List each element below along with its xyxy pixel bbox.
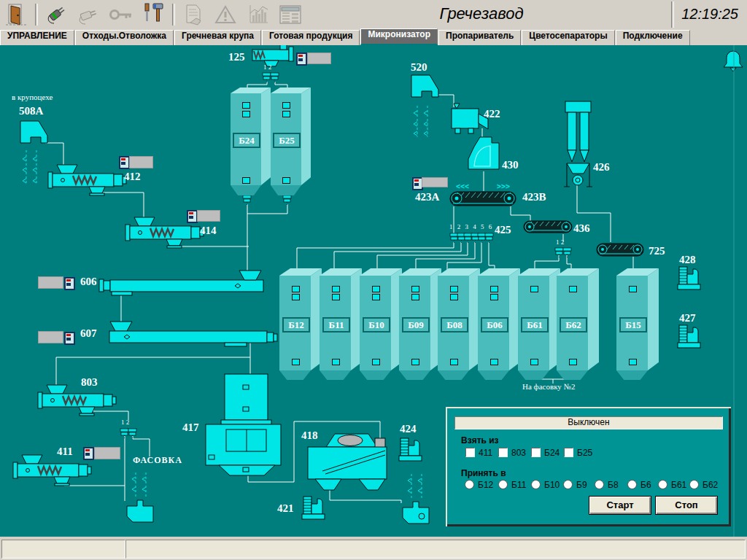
tab-2[interactable]: Отходы.Отволожка — [75, 30, 174, 45]
radio-circle[interactable] — [498, 480, 508, 489]
setup-tools-icon — [142, 2, 165, 27]
exit-button[interactable] — [0, 1, 32, 28]
label-packing: ФАСОВКА — [133, 455, 182, 466]
label-note_krupoceh: в крупоцехе — [12, 93, 53, 101]
level-sensor — [292, 294, 300, 300]
controller-indicator-icon — [83, 447, 94, 460]
controller-indicator-icon — [64, 332, 75, 345]
label-belt_left_arrows: <<< — [456, 182, 469, 190]
bin-label: Б61 — [521, 317, 549, 332]
label-eq508A: 508А — [19, 105, 43, 117]
bin-side — [588, 268, 599, 370]
radio-circle[interactable] — [595, 480, 604, 489]
level-sensor — [450, 359, 458, 365]
bin-hopper — [399, 370, 430, 380]
level-sensor — [292, 359, 300, 365]
label-valves2b: 1 2 — [556, 238, 564, 246]
scada-window: Гречезавод 12:19:25 УПРАВЛЕНИЕОтходы.Отв… — [0, 0, 747, 560]
bin-label: Б25 — [273, 133, 301, 148]
label-eq520: 520 — [411, 61, 427, 74]
key-button[interactable] — [105, 1, 137, 28]
level-sensor — [292, 286, 300, 292]
radio-circle[interactable] — [658, 480, 667, 489]
radio-circle[interactable] — [531, 480, 541, 489]
radio-circle[interactable] — [689, 480, 699, 489]
level-sensor — [332, 359, 340, 365]
value-display — [422, 177, 448, 187]
bin-label: Б62 — [560, 317, 587, 332]
storage-bin: Б06 — [478, 268, 520, 380]
connect-plug-icon — [44, 2, 69, 27]
storage-bin: Б08 — [438, 268, 480, 380]
label-valves2c: 1 2 — [121, 419, 129, 426]
level-sensor — [629, 286, 637, 292]
bin-side — [301, 88, 311, 185]
trends-button[interactable] — [242, 1, 274, 28]
control-panel-icon — [278, 4, 303, 26]
disconnect-plug-icon — [77, 2, 101, 27]
option-label: Б62 — [703, 480, 718, 490]
checkbox-box[interactable] — [465, 448, 475, 457]
tab-6[interactable]: Пропариватель — [438, 30, 521, 45]
bin-label: Б09 — [402, 317, 430, 332]
exit-door-icon — [4, 2, 28, 27]
level-sensor — [411, 294, 419, 300]
control-panel-button[interactable] — [274, 1, 306, 28]
level-sensor — [372, 359, 380, 365]
level-sensor — [411, 359, 419, 365]
radio-circle[interactable] — [465, 480, 474, 489]
stop-button[interactable]: Стоп — [655, 496, 718, 515]
level-sensor — [242, 111, 250, 117]
alarms-button[interactable] — [210, 1, 242, 28]
bin-side — [261, 88, 271, 185]
status-bar — [0, 537, 747, 560]
tab-8[interactable]: Подключение — [616, 30, 690, 45]
level-sensor — [569, 359, 577, 365]
value-display — [197, 210, 220, 222]
storage-bin: Б25 — [271, 88, 311, 195]
level-sensor — [629, 359, 637, 365]
tab-5[interactable]: Микронизатор — [360, 28, 438, 45]
radio-circle[interactable] — [627, 480, 637, 489]
storage-bin: Б12 — [279, 268, 322, 380]
label-eq412: 412 — [124, 171, 141, 183]
level-sensor — [569, 286, 577, 292]
label-eq428: 428 — [679, 254, 696, 266]
disconnect-button[interactable] — [73, 1, 105, 28]
option-label: Б25 — [577, 448, 592, 458]
connect-button[interactable] — [41, 1, 73, 28]
route-status: Выключен — [454, 416, 723, 429]
status-cell-2 — [125, 540, 746, 559]
level-sensor — [332, 286, 340, 292]
bin-hopper — [557, 370, 588, 380]
label-eq725: 725 — [649, 245, 665, 257]
tab-1[interactable]: УПРАВЛЕНИЕ — [0, 30, 74, 45]
take-from-group: 411803Б24Б25 — [446, 448, 731, 458]
checkbox-box[interactable] — [498, 448, 508, 457]
option-label: 803 — [511, 448, 526, 458]
label-valves2a: 1 2 — [263, 63, 271, 71]
storage-bin: Б11 — [320, 268, 362, 380]
label-eq411: 411 — [57, 446, 73, 458]
value-display — [94, 447, 120, 459]
option-label: Б61 — [671, 480, 686, 490]
accept-to-group: Б12Б11Б10Б9Б8Б6Б61Б62 — [446, 480, 731, 490]
label-eq426: 426 — [593, 161, 610, 174]
checkbox-box[interactable] — [531, 448, 541, 457]
key-icon — [108, 4, 134, 26]
report-button[interactable] — [178, 1, 210, 28]
tab-3[interactable]: Гречневая крупа — [174, 30, 261, 45]
bin-label: Б06 — [481, 317, 508, 332]
bin-hopper — [279, 370, 311, 380]
tab-4[interactable]: Готовая продукция — [262, 30, 360, 45]
label-eq423B: 423В — [522, 191, 546, 203]
bin-label: Б10 — [363, 317, 390, 332]
option-label: Б12 — [478, 480, 493, 490]
tab-7[interactable]: Цветосепараторы — [522, 30, 614, 45]
setup-button[interactable] — [137, 1, 169, 28]
radio-circle[interactable] — [563, 480, 573, 489]
bin-hopper — [320, 370, 351, 380]
checkbox-box[interactable] — [564, 448, 573, 457]
trends-chart-icon — [246, 3, 271, 26]
start-button[interactable]: Старт — [589, 496, 651, 515]
